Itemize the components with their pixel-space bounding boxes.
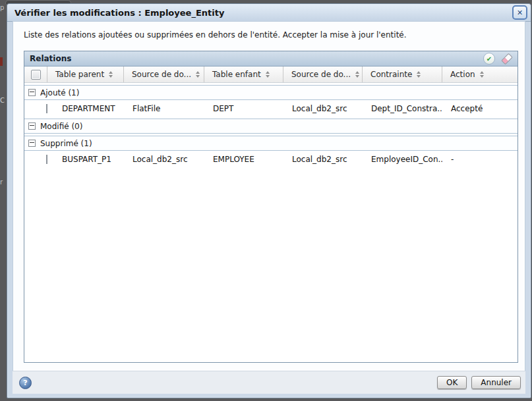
relations-panel-title: Relations — [30, 54, 483, 63]
background-fragment: C — [0, 97, 5, 104]
column-header-source-parent[interactable]: Source de do... — [124, 67, 204, 82]
column-header-table-enfant[interactable]: Table enfant — [204, 67, 283, 82]
dialog-footer: ? OK Annuler — [13, 371, 525, 394]
collapse-icon[interactable] — [28, 122, 36, 130]
group-label: Ajouté (1) — [40, 88, 79, 97]
ok-button[interactable]: OK — [437, 376, 467, 389]
select-all-header-cell — [24, 67, 47, 82]
sort-icon — [266, 71, 270, 78]
cell-contrainte: EmployeeID_Con... — [363, 155, 442, 164]
sort-icon — [355, 71, 359, 78]
row-checkbox-cell — [24, 104, 47, 113]
cell-contrainte: Dept_ID_Constra... — [363, 104, 442, 113]
dialog-titlebar: Vérifier les modifications : Employee_En… — [7, 4, 531, 22]
cell-table-parent: BUSPART_P1 — [47, 155, 124, 164]
cell-source-parent: FlatFile — [124, 104, 204, 113]
background-fragment: r — [0, 179, 3, 186]
help-icon[interactable]: ? — [19, 377, 32, 389]
verify-modifications-dialog: Vérifier les modifications : Employee_En… — [7, 3, 531, 398]
cell-source-parent: Local_db2_src — [124, 155, 204, 164]
table-row[interactable]: DEPARTMENT FlatFile DEPT Local_db2_src D… — [24, 100, 517, 117]
sort-icon — [417, 71, 421, 78]
relations-panel-header: Relations ✔ — [24, 51, 517, 67]
cancel-button[interactable]: Annuler — [471, 376, 521, 389]
table-header-row: Table parent Source de do... Table enfan… — [24, 67, 517, 83]
table-row[interactable]: BUSPART_P1 Local_db2_src EMPLOYEE Local_… — [24, 151, 517, 167]
cell-table-enfant: DEPT — [204, 104, 283, 113]
accept-all-icon[interactable]: ✔ — [483, 53, 495, 65]
group-row-modifie[interactable]: Modifié (0) — [24, 119, 517, 134]
sort-icon — [109, 71, 113, 78]
column-header-contrainte[interactable]: Contrainte — [363, 67, 442, 82]
eraser-icon[interactable] — [501, 53, 512, 64]
group-row-supprime[interactable]: Supprimé (1) — [24, 136, 517, 151]
table-empty-area — [24, 167, 517, 362]
select-all-checkbox[interactable] — [31, 70, 41, 80]
dialog-description: Liste des relations ajoutées ou supprimé… — [24, 30, 407, 40]
background-artifact — [0, 57, 3, 66]
group-label: Modifié (0) — [40, 122, 82, 131]
sort-icon — [196, 71, 200, 78]
column-header-label: Action — [450, 70, 475, 79]
collapse-icon[interactable] — [28, 140, 36, 147]
column-header-label: Table enfant — [212, 70, 261, 79]
sort-icon — [480, 71, 484, 78]
column-header-label: Source de do... — [291, 70, 351, 79]
column-header-label: Source de do... — [132, 70, 191, 79]
dialog-title: Vérifier les modifications : Employee_En… — [15, 8, 512, 18]
column-header-label: Contrainte — [370, 70, 412, 79]
background-fragment: p — [0, 5, 4, 11]
group-row-ajoute[interactable]: Ajouté (1) — [24, 85, 517, 100]
cell-source-enfant: Local_db2_src — [283, 104, 363, 113]
collapse-icon[interactable] — [28, 89, 36, 96]
footer-buttons: OK Annuler — [437, 376, 521, 389]
row-checkbox-cell — [24, 155, 47, 164]
cell-table-parent: DEPARTMENT — [47, 104, 124, 113]
dialog-content: Liste des relations ajoutées ou supprimé… — [13, 21, 525, 371]
cell-action: Accepté — [442, 104, 517, 113]
cell-table-enfant: EMPLOYEE — [204, 155, 283, 164]
close-icon[interactable]: ✕ — [512, 5, 527, 20]
column-header-label: Table parent — [55, 70, 104, 79]
group-label: Supprimé (1) — [40, 139, 92, 148]
column-header-action[interactable]: Action — [442, 67, 517, 82]
cell-source-enfant: Local_db2_src — [283, 155, 363, 164]
relations-panel: Relations ✔ Table parent Source de do...… — [24, 51, 518, 363]
eraser-icon-body — [501, 53, 513, 65]
column-header-source-enfant[interactable]: Source de do... — [283, 67, 363, 82]
column-header-table-parent[interactable]: Table parent — [47, 67, 124, 82]
cell-action: - — [442, 155, 517, 164]
